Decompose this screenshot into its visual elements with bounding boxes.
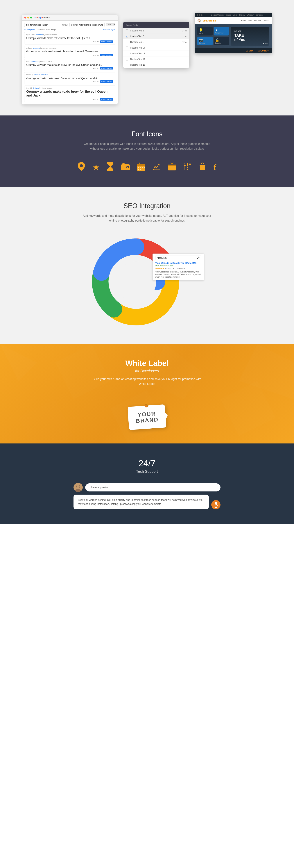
ct-item-20[interactable]: Custom Text 20 — [123, 57, 189, 62]
ct-item-name: Custom Text 5 — [130, 41, 181, 43]
sh-nav-item[interactable]: Home — [241, 20, 246, 22]
font-item-lato: Lato 10 Styles by Łukasz Dziedzic Grumpy… — [24, 59, 116, 71]
svg-rect-0 — [107, 162, 113, 163]
gf-search-input[interactable] — [24, 23, 59, 27]
ct-header-label: Google Fonts — [126, 24, 138, 26]
gf-font-list: Open Sans 10 Styles by Steve Matteson Gr… — [24, 32, 116, 102]
sh-nav-item[interactable]: Contact — [263, 20, 269, 22]
filter-thickness[interactable]: Thickness — [36, 29, 45, 31]
sh-device-card: 🌡 Temperature — [214, 27, 229, 35]
svg-marker-32 — [0, 344, 37, 381]
window-maximize-dot[interactable] — [30, 17, 32, 19]
price-tag-wrapper: YOUR BRAND — [128, 397, 166, 429]
gift-icon[interactable] — [168, 162, 176, 172]
ct-item-6[interactable]: ✓ Custom Text 6 12px — [123, 34, 189, 39]
hourglass-icon[interactable] — [107, 162, 113, 173]
font-preview: Grumpy wizards make toxic brew for the e… — [26, 76, 113, 80]
ct-checkbox[interactable] — [126, 58, 128, 61]
bag-icon[interactable] — [199, 162, 206, 173]
gf-size-control: 28 pt 14 pt — [106, 23, 116, 26]
gf-size-select[interactable]: 28 pt 14 pt — [106, 23, 116, 26]
ct-checkbox[interactable]: ✓ — [126, 29, 128, 32]
font-item-roboto: Roboto 12 Styles by Christian Robertson … — [24, 45, 116, 58]
ts-response-row: Leave all worries behind! Our high-quali… — [73, 495, 221, 509]
wallet-icon[interactable] — [121, 163, 130, 172]
src-result-desc: Your website has all the SEO crucial fun… — [155, 271, 201, 278]
sh-logo-area: 🏠 SmartHome — [197, 19, 216, 23]
sh-dot-2 — [199, 14, 200, 16]
ct-checkbox[interactable] — [126, 64, 128, 66]
equalizer-icon[interactable] — [184, 162, 192, 172]
ts-chat-container: Leave all worries behind! Our high-quali… — [73, 483, 221, 509]
svg-point-17 — [158, 164, 159, 165]
svg-point-16 — [156, 167, 157, 168]
ct-checkbox[interactable]: ✓ — [126, 35, 128, 38]
ts-content: 24/7 Tech Support — [64, 458, 230, 509]
svg-rect-8 — [142, 162, 143, 165]
sh-nav: Home About Services Contact — [241, 20, 269, 22]
seo-content: SEO Integration Add keywords and meta de… — [37, 202, 257, 330]
sh-device-icon: 🌡 — [215, 28, 227, 32]
star-icon[interactable]: ★ — [92, 163, 100, 172]
filter-categories[interactable]: All categories — [24, 29, 35, 31]
font-icons-subtitle: Create your original project with icons … — [83, 142, 211, 151]
ct-item-5[interactable]: Custom Text 5 12px — [123, 39, 189, 45]
src-result-title[interactable]: Your Website in Google Top | MotoCMS — [155, 262, 201, 265]
sh-device-card: 💡 Lights — [197, 27, 213, 35]
ct-header: Google Fonts — [123, 22, 189, 28]
src-result-url: www.yourwebsite.com — [155, 265, 201, 267]
add-to-collection-btn[interactable]: Add to Collection — [100, 80, 113, 83]
seo-section: SEO Integration Add keywords and meta de… — [0, 187, 294, 344]
location-pin-icon[interactable] — [78, 162, 85, 173]
font-item-oswald: Oswald 5 Styles by Vernon Adams Grumpy w… — [24, 86, 116, 102]
sh-dot-1 — [197, 14, 198, 16]
svg-point-41 — [77, 485, 79, 488]
sh-tagline: A SMART SOLUTION — [246, 50, 269, 52]
gf-filter-label: Preview: — [61, 24, 68, 26]
user-avatar — [73, 483, 83, 492]
window-close-dot[interactable] — [24, 17, 26, 19]
svg-point-15 — [155, 166, 156, 167]
font-actions: ⊕ ⊙ ≡ > Add to Collection — [26, 67, 113, 69]
ct-checkbox[interactable] — [126, 52, 128, 55]
ct-item-size: 14px — [182, 30, 187, 32]
wl-description: Build your own brand on creating website… — [92, 377, 202, 386]
ts-response-bubble: Leave all worries behind! Our high-quali… — [73, 495, 209, 509]
font-actions: ⊕ ⊙ ≡ > Add to Collection — [26, 40, 113, 43]
svg-rect-14 — [140, 169, 141, 170]
svg-rect-13 — [138, 169, 139, 170]
src-rating: Rating: 4.8 · 143 reviews — [165, 268, 186, 270]
svg-rect-12 — [144, 167, 145, 168]
font-icons-title: Font Icons — [37, 130, 257, 138]
price-tag-text: YOUR BRAND — [135, 410, 159, 424]
sh-header: 🏠 SmartHome Home About Services Contact — [195, 17, 272, 24]
filter-slant[interactable]: Slant — [46, 29, 50, 31]
add-to-collection-btn[interactable]: Add to Collection — [100, 40, 113, 43]
filter-script[interactable]: Script — [51, 29, 56, 31]
ct-checkbox[interactable] — [126, 46, 128, 49]
ct-item-uf[interactable]: Custom Text uf — [123, 51, 189, 57]
chat-input[interactable] — [85, 484, 221, 492]
filter-showall[interactable]: Show all styles — [103, 29, 116, 31]
add-to-collection-btn[interactable]: Add to Collection — [100, 98, 113, 100]
ct-item-7[interactable]: ✓ Custom Text 7 14px — [123, 28, 189, 34]
gf-preview-input[interactable] — [69, 23, 104, 27]
graph-icon[interactable] — [153, 162, 161, 172]
google-fonts-body: Preview: 28 pt 14 pt All categories Thic… — [22, 21, 118, 104]
custom-text-dropdown: Google Fonts ✓ Custom Text 7 14px ✓ Cust… — [123, 22, 189, 68]
gf-search-bar: Preview: 28 pt 14 pt — [24, 23, 116, 27]
svg-rect-11 — [142, 167, 143, 168]
add-to-collection-btn[interactable]: Add to Collection — [100, 67, 113, 69]
ct-item-19[interactable]: Custom Text 19 — [123, 62, 189, 68]
window-minimize-dot[interactable] — [27, 17, 29, 19]
sh-nav-item[interactable]: Services — [254, 20, 261, 22]
calendar-icon[interactable] — [137, 162, 145, 172]
ct-item-ui[interactable]: Custom Text ui — [123, 45, 189, 51]
sh-nav-item[interactable]: About — [248, 20, 252, 22]
svg-rect-1 — [107, 170, 113, 171]
sh-device-icon: 📷 — [199, 38, 211, 42]
ts-response-text: Leave all worries behind! Our high-quali… — [78, 498, 204, 506]
add-to-collection-btn[interactable]: Add to Collection — [100, 54, 113, 56]
ct-checkbox[interactable] — [126, 41, 128, 43]
facebook-icon[interactable]: f — [214, 163, 216, 172]
